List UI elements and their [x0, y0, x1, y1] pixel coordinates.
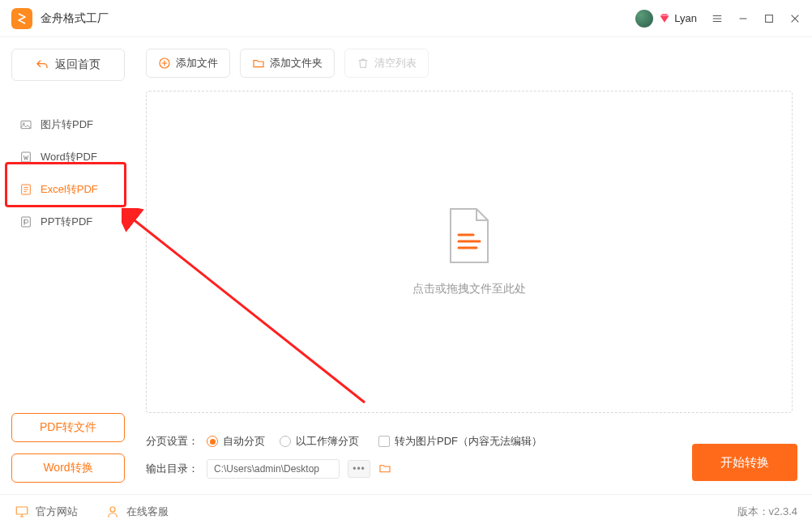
- checkbox-image-pdf-label: 转为图片PDF（内容无法编辑）: [395, 434, 542, 449]
- start-convert-button[interactable]: 开始转换: [692, 444, 797, 481]
- page-settings-label: 分页设置：: [146, 434, 199, 449]
- radio-dot-icon: [207, 436, 218, 447]
- toolbar: 添加文件 添加文件夹 清空列表: [141, 49, 797, 78]
- output-dir-label: 输出目录：: [146, 462, 199, 476]
- app-logo: [11, 8, 32, 29]
- online-service-label: 在线客服: [126, 505, 169, 519]
- pdf-to-file-button[interactable]: PDF转文件: [11, 413, 125, 442]
- maximize-button[interactable]: [763, 13, 775, 24]
- ppt-icon: [19, 215, 32, 228]
- svg-rect-7: [16, 507, 28, 514]
- browse-label: •••: [353, 463, 365, 475]
- headset-icon: [105, 505, 120, 519]
- sidebar-item-image-to-pdf[interactable]: 图片转PDF: [8, 109, 128, 141]
- titlebar: 金舟格式工厂 Lyan: [0, 0, 812, 37]
- sidebar-item-label: Excel转PDF: [41, 182, 98, 197]
- checkbox-image-pdf[interactable]: 转为图片PDF（内容无法编辑）: [374, 434, 542, 449]
- svg-point-8: [110, 507, 115, 512]
- browse-button[interactable]: •••: [348, 460, 370, 478]
- radio-sheet-page[interactable]: 以工作簿分页: [280, 434, 359, 449]
- trash-icon: [357, 57, 370, 70]
- sidebar-item-ppt-to-pdf[interactable]: PPT转PDF: [8, 206, 128, 238]
- sidebar: 返回首页 图片转PDF Word转PDF Excel转PDF PPT转PDF P…: [0, 37, 136, 494]
- word-convert-button[interactable]: Word转换: [11, 453, 125, 483]
- file-dropzone[interactable]: 点击或拖拽文件至此处: [146, 91, 793, 413]
- add-file-button[interactable]: 添加文件: [146, 49, 230, 78]
- official-site-link[interactable]: 官方网站: [15, 505, 78, 519]
- clear-list-button[interactable]: 清空列表: [344, 49, 429, 78]
- add-file-label: 添加文件: [176, 56, 218, 70]
- output-path-value: C:\Users\admin\Desktop: [214, 463, 319, 475]
- radio-auto-page[interactable]: 自动分页: [207, 434, 265, 449]
- official-site-label: 官方网站: [36, 505, 78, 519]
- vip-diamond-icon: [658, 12, 671, 25]
- svg-rect-5: [22, 217, 31, 227]
- sidebar-item-label: PPT转PDF: [41, 215, 92, 229]
- online-service-link[interactable]: 在线客服: [105, 505, 169, 519]
- user-avatar[interactable]: [635, 10, 653, 28]
- sidebar-item-label: Word转PDF: [41, 150, 97, 164]
- word-icon: [19, 151, 32, 164]
- app-title: 金舟格式工厂: [41, 11, 109, 26]
- checkbox-icon: [378, 436, 390, 447]
- radio-sheet-label: 以工作簿分页: [296, 434, 359, 449]
- document-icon: [444, 207, 494, 266]
- footer: 官方网站 在线客服 版本：v2.3.4: [0, 494, 812, 528]
- image-icon: [19, 118, 32, 131]
- radio-dot-icon: [280, 436, 291, 447]
- clear-list-label: 清空列表: [374, 56, 417, 70]
- back-arrow-icon: [36, 58, 49, 71]
- settings-area: 分页设置： 自动分页 以工作簿分页 转为图片PDF（内容无法编辑）: [141, 428, 797, 483]
- sidebar-item-word-to-pdf[interactable]: Word转PDF: [8, 141, 128, 173]
- start-convert-label: 开始转换: [720, 455, 769, 471]
- main-panel: 添加文件 添加文件夹 清空列表 点击或拖拽文件至此处 分页设置：: [136, 37, 812, 494]
- svg-rect-0: [766, 15, 773, 22]
- back-home-label: 返回首页: [55, 57, 100, 72]
- username-label[interactable]: Lyan: [674, 12, 697, 24]
- pdf-to-file-label: PDF转文件: [40, 420, 96, 435]
- radio-auto-label: 自动分页: [223, 434, 265, 449]
- folder-icon: [252, 57, 265, 70]
- excel-icon: [19, 183, 32, 196]
- open-folder-button[interactable]: [378, 462, 391, 477]
- sidebar-item-excel-to-pdf[interactable]: Excel转PDF: [8, 173, 128, 206]
- monitor-icon: [15, 505, 29, 519]
- add-folder-button[interactable]: 添加文件夹: [240, 49, 335, 78]
- sidebar-item-label: 图片转PDF: [41, 117, 93, 132]
- dropzone-hint: 点击或拖拽文件至此处: [412, 282, 526, 296]
- version-info: 版本：v2.3.4: [737, 505, 797, 519]
- minimize-button[interactable]: [737, 13, 749, 24]
- back-home-button[interactable]: 返回首页: [11, 49, 125, 81]
- word-convert-label: Word转换: [43, 461, 92, 475]
- output-path-input[interactable]: C:\Users\admin\Desktop: [207, 459, 340, 479]
- close-button[interactable]: [789, 13, 801, 24]
- plus-circle-icon: [158, 57, 171, 70]
- open-folder-icon: [378, 462, 391, 475]
- menu-button[interactable]: [712, 13, 723, 24]
- add-folder-label: 添加文件夹: [270, 56, 323, 70]
